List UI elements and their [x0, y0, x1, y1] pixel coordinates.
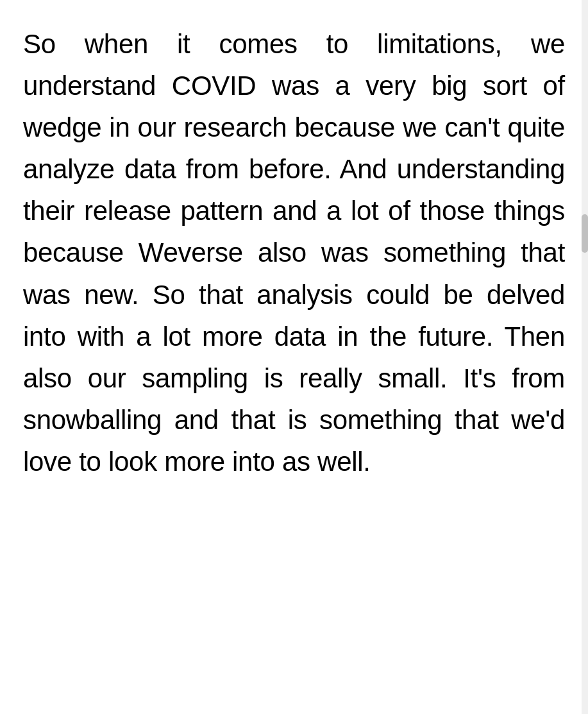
- main-paragraph: So when it comes to limitations, we unde…: [23, 23, 565, 482]
- page-container: So when it comes to limitations, we unde…: [0, 0, 588, 714]
- scrollbar-track[interactable]: [582, 0, 588, 714]
- scrollbar-thumb[interactable]: [582, 214, 588, 253]
